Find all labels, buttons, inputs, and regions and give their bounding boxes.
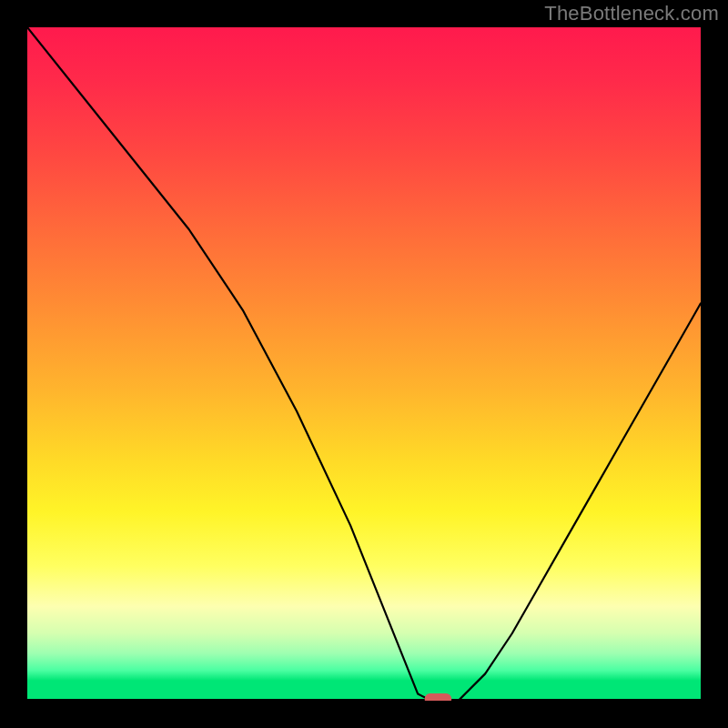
plot-area [27, 27, 701, 701]
chart-frame: TheBottleneck.com [0, 0, 728, 728]
bottleneck-curve [27, 27, 701, 701]
watermark-text: TheBottleneck.com [544, 2, 719, 25]
chart-svg [27, 27, 701, 701]
minimum-marker [425, 693, 452, 701]
